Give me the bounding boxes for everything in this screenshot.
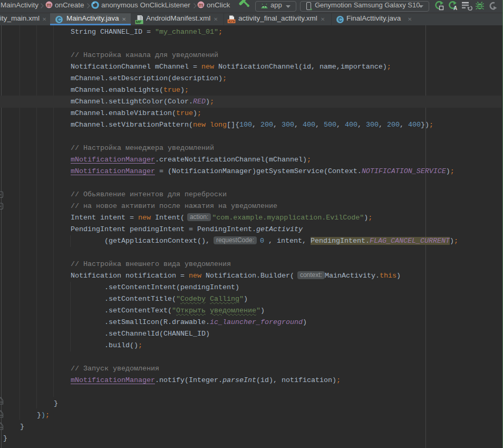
svg-text:m: m	[199, 2, 204, 8]
svg-text:</>: </>	[228, 20, 235, 24]
svg-text:A: A	[453, 5, 457, 11]
svg-text:MF: MF	[136, 20, 142, 24]
svg-text:C: C	[338, 17, 342, 23]
svg-text:C: C	[57, 17, 61, 23]
svg-text:m: m	[47, 2, 52, 8]
